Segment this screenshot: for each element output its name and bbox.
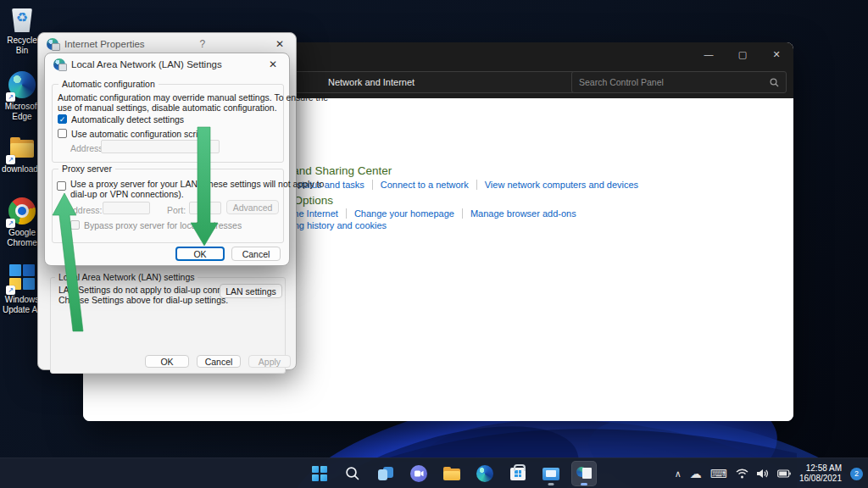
task-view-button[interactable] [373,461,398,486]
edge-icon: ↗ [8,71,36,100]
chat-icon [410,465,427,482]
onedrive-cloud-icon[interactable]: ☁ [690,467,702,480]
detect-settings-checkbox[interactable]: ✓ [58,114,67,124]
search-button[interactable] [340,461,365,486]
folder-icon: ↗ [8,134,36,163]
search-icon [770,78,779,87]
search-icon [345,466,360,481]
lan-settings-button[interactable]: LAN settings [220,284,282,298]
auto-config-desc2: use of manual settings, disable automati… [58,103,277,113]
group-caption: Proxy server [58,164,115,174]
windows-update-icon: ↗ [8,264,36,293]
link-change-homepage[interactable]: Change your homepage [346,208,454,219]
edge-icon [476,465,493,482]
windows-logo-icon [312,466,327,481]
taskbar: ∧ ☁ ⌨ 12:58 AM 16/08/2021 2 [0,458,868,488]
close-button[interactable]: ✕ [760,42,793,66]
chat-button[interactable] [406,461,431,486]
shortcut-arrow-icon: ↗ [6,219,15,228]
internet-properties-icon [47,38,58,50]
close-button[interactable]: ✕ [265,58,281,70]
group-caption: Local Area Network (LAN) settings [55,272,198,282]
running-indicator [581,483,587,485]
volume-icon[interactable] [757,469,769,479]
internet-properties-icon [576,467,592,480]
battery-icon[interactable] [777,469,791,478]
use-proxy-checkbox[interactable] [57,181,66,191]
search-input[interactable]: Search Control Panel [571,71,787,93]
file-explorer-button[interactable] [439,461,465,486]
notification-badge[interactable]: 2 [850,468,863,480]
ok-button[interactable]: OK [145,355,189,368]
internet-properties-icon [53,58,65,70]
help-button[interactable]: ? [195,38,210,50]
detect-settings-label: Automatically detect settings [71,114,184,125]
advanced-button: Advanced [226,200,279,214]
proxy-port-input [189,202,221,214]
link-view-network-computers[interactable]: View network computers and devices [476,180,638,190]
close-button[interactable]: ✕ [272,38,287,50]
task-view-icon [378,467,393,480]
tray-time: 12:58 AM [799,463,842,474]
dialog-title: Internet Properties [64,39,145,49]
microsoft-store-button[interactable] [505,461,531,486]
store-icon [510,468,526,480]
link-connect-to-network[interactable]: Connect to a network [372,180,469,190]
proxy-port-label: Port: [167,205,186,215]
dialog-title-bar: Internet Properties ? ✕ [38,33,296,54]
proxy-address-label: Address: [67,205,102,215]
shortcut-arrow-icon: ↗ [6,155,15,164]
apply-button: Apply [248,355,291,368]
dialog-title-bar: Local Area Network (LAN) Settings ✕ [45,53,289,75]
dialog-title: Local Area Network (LAN) Settings [71,59,222,69]
internet-properties-taskbar-button[interactable] [571,461,597,486]
auto-config-desc1: Automatic configuration may override man… [58,92,328,103]
chevron-up-icon[interactable]: ∧ [675,469,682,480]
cancel-button[interactable]: Cancel [197,355,241,368]
edge-button[interactable] [472,461,498,486]
cancel-button[interactable]: Cancel [231,247,281,261]
maximize-button[interactable]: ▢ [726,42,760,66]
control-panel-button[interactable] [538,461,564,486]
group-caption: Automatic configuration [58,79,159,89]
lan-settings-dialog: Local Area Network (LAN) Settings ✕ Auto… [44,53,290,266]
wifi-icon[interactable] [736,469,748,479]
breadcrumb[interactable]: Network and Internet [328,77,415,87]
shortcut-arrow-icon: ↗ [6,286,15,295]
minimize-button[interactable]: — [692,42,726,66]
script-address-input [101,140,220,153]
tray-date: 16/08/2021 [799,474,842,485]
clock[interactable]: 12:58 AM 16/08/2021 [799,463,842,485]
link-manage-addons[interactable]: Manage browser add-ons [462,208,576,219]
file-explorer-icon [443,467,460,480]
proxy-address-input [103,202,150,214]
control-panel-icon [542,468,559,480]
config-script-label: Use automatic configuration script [71,129,205,139]
shortcut-arrow-icon: ↗ [6,92,15,102]
start-button[interactable] [307,461,332,486]
touch-keyboard-icon[interactable]: ⌨ [710,467,727,480]
bypass-proxy-checkbox [70,220,80,230]
use-proxy-label2: dial-up or VPN connections). [70,189,184,199]
use-proxy-label1: Use a proxy server for your LAN (These s… [70,179,324,189]
running-indicator [548,483,554,485]
ok-button[interactable]: OK [175,247,225,261]
recycle-bin-icon: ♻ [8,5,36,34]
lan-info-line2: Choose Settings above for dial-up settin… [58,295,228,305]
bypass-proxy-label: Bypass proxy server for local addresses [84,220,242,230]
chrome-icon: ↗ [8,197,36,226]
search-placeholder: Search Control Panel [579,77,664,87]
script-address-label: Address [70,143,103,153]
config-script-checkbox[interactable] [58,129,67,138]
